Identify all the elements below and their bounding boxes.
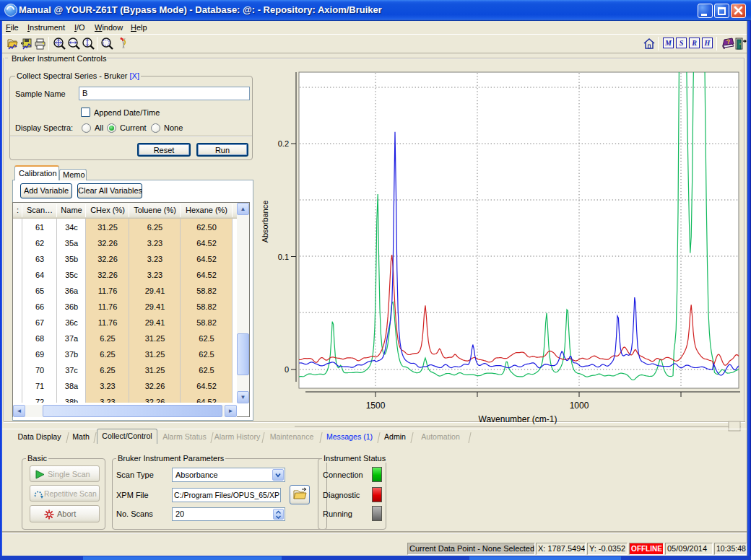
- svg-text:0: 0: [285, 365, 289, 374]
- svg-text:Absorbance: Absorbance: [261, 201, 269, 243]
- svg-text:1000: 1000: [570, 401, 589, 411]
- svg-text:0.1: 0.1: [278, 253, 289, 261]
- svg-text:1500: 1500: [366, 401, 386, 411]
- svg-text:Wavenumber (cm-1): Wavenumber (cm-1): [479, 414, 557, 424]
- svg-text:0.2: 0.2: [278, 139, 289, 148]
